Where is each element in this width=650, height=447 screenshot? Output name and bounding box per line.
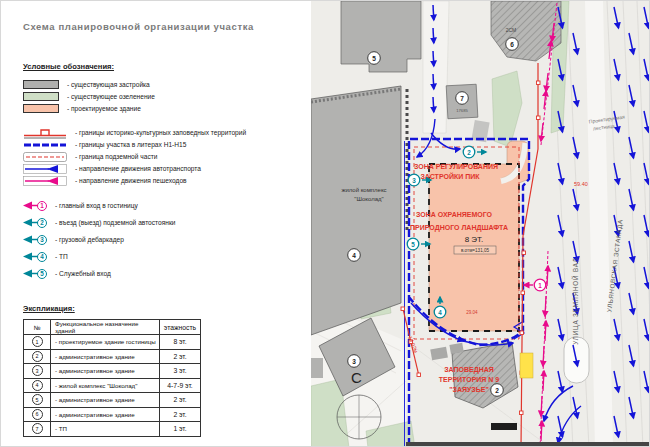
north-letter: С [351,369,362,386]
zone-regulation-line2: ЗАСТРОЙКИ ПИК [420,172,480,180]
svg-text:5: 5 [372,55,376,62]
row-name: - административное здание [51,364,160,379]
row-floors: 1 эт. [160,422,201,437]
table-row: 1- проектируемое здание гостиницы8 эт. [24,335,201,350]
row-name: - жилой комплекс "Шоколад" [51,378,160,393]
traffic-direction-symbol [23,163,67,175]
table-row: 5- административное здание2 эт. [24,393,201,408]
explication-table: № Функциональное назначение зданий этажн… [23,319,201,437]
legend-line-underground: - граница подземной части [23,151,311,162]
entrance-legend-item-2: 2 - въезд (выезд) подземной автостоянки [23,216,311,229]
svg-text:3: 3 [352,358,356,365]
entrance-legend-item-3: 3 - грузовой дебаркадер [23,233,311,246]
col-header-floors: этажность [160,320,201,335]
svg-text:3: 3 [412,177,416,184]
table-row: 7- ТП1 эт. [24,422,201,437]
row-name: - проектируемое здание гостиницы [51,335,160,350]
legend-line-traffic: - направление движения автотранспорта [23,163,311,174]
svg-text:4: 4 [438,309,442,316]
svg-text:1: 1 [538,282,542,289]
historic-boundary-symbol [23,127,67,139]
row-floors: 4-7-9 эт. [160,378,201,393]
dimension-59-40: 59.40 [574,181,588,187]
row-name: - административное здание [51,349,160,364]
legend-swatch-existing-buildings: - существующая застройка [23,79,311,89]
building-circle-4: 4 [348,249,361,262]
table-row: 4- жилой комплекс "Шоколад"4-7-9 эт. [24,378,201,393]
page-title: Схема планировочной организации участка [23,21,311,32]
col-header-name: Функциональное назначение зданий [51,320,160,335]
floors-label: 8 ЭТ. [465,235,484,244]
row-floors: 2 эт. [160,349,201,364]
site-plan-map: 8 ЭТ. в.отм=131,05 [311,1,650,447]
line-label: - направление движения автотранспорта [75,165,201,172]
table-row: 2- административное здание2 эт. [24,349,201,364]
entrance-arrow-icon [23,217,38,228]
legend-line-historic: - границы историко-культурных заповедных… [23,127,311,138]
entrance-arrow-icon [23,251,38,262]
swatch-label: - существующая застройка [67,81,150,88]
yellow-structure [520,353,533,378]
entrance-label: - ТП [55,253,68,260]
legend-line-site-boundary: - границы участка в литерах Н1-Н15 [23,139,311,150]
building-circle-5: 5 [368,52,381,65]
legend-swatch-existing-greenery: - существующее озеленение [23,91,311,101]
row-number: 7 [32,423,43,434]
row-number: 6 [32,409,43,420]
row-floors: 8 эт. [160,335,201,350]
page: { "title": "Схема планировочной организа… [0,0,650,447]
row-number: 4 [32,380,43,391]
line-label: - граница подземной части [75,153,157,160]
entrance-arrow-icon [23,200,38,211]
dimension-29-04: 29.04 [466,310,478,315]
zone-landscape-line2: ПРИРОДНОГО ЛАНДШАФТА [410,224,508,232]
entrance-legend-item-1: 1 - главный вход в гостиницу [23,199,311,212]
entrance-label: - въезд (выезд) подземной автостоянки [55,219,175,226]
swatch-label: - существующее озеленение [67,93,155,100]
row-floors: 2 эт. [160,393,201,408]
street-zemlyanoy-val: УЛИЦА ЗЕМЛЯНОЙ ВАЛ [571,257,580,345]
building-circle-6: 6 [506,38,519,51]
line-label: - границы историко-культурных заповедных… [75,129,246,136]
table-row: 6- административное здание2 эт. [24,407,201,422]
swatch-existing-buildings [23,80,59,89]
legend-line-pedestrian: - направление движения пешеходов [23,175,311,186]
entrance-arrow-icon [23,268,38,279]
legend-header: Условные обозначения: [23,62,311,71]
row-name: - ТП [51,422,160,437]
building-7-number: 17685 [456,108,468,113]
bottom-dark-strip [406,442,650,447]
dark-structure [491,423,517,430]
entrance-number: 5 [37,269,47,279]
entrance-number: 3 [37,235,47,245]
entrance-label: - главный вход в гостиницу [55,202,138,209]
row-number: 5 [32,394,43,405]
line-label: - границы участка в литерах Н1-Н15 [75,141,186,148]
site-plan-svg: 8 ЭТ. в.отм=131,05 [311,1,650,447]
row-number: 1 [32,336,43,347]
legend-lines: - границы историко-культурных заповедных… [23,127,311,186]
entrance-label: - Служебный вход [55,270,111,277]
underground-boundary-symbol [23,151,67,163]
row-floors: 2 эт. [160,407,201,422]
zone-regulation-line1: ЗОНА РЕГУЛИРОВАНИЯ [414,163,498,170]
zone-reserve-line2: ТЕРРИТОРИЯ N 9 [439,376,500,383]
entrance-legend: 1 - главный вход в гостиницу 2 - въезд (… [23,199,311,280]
swatch-label: - проектируемое здание [67,105,141,112]
svg-text:2: 2 [495,387,499,394]
svg-text:7: 7 [460,95,464,102]
chocolate-label-line2: "Шоколад" [354,196,383,202]
pedestrian-direction-symbol [23,175,67,187]
elevation-label: в.отм=131,05 [461,248,490,253]
zone-landscape-line1: ЗОНА ОХРАНЯЕМОГО [416,211,493,218]
table-row: 3- административное здание3 эт. [24,364,201,379]
row-number: 3 [32,365,43,376]
svg-text:5: 5 [411,241,415,248]
entrance-number: 1 [37,201,47,211]
building-4-chocolate [311,86,401,335]
info-panel: Схема планировочной организации участка … [1,1,311,447]
site-boundary-symbol [23,139,67,151]
entrance-arrow-icon [23,234,38,245]
row-number: 2 [32,351,43,362]
chocolate-label-line1: жилой комплекс [341,187,386,193]
